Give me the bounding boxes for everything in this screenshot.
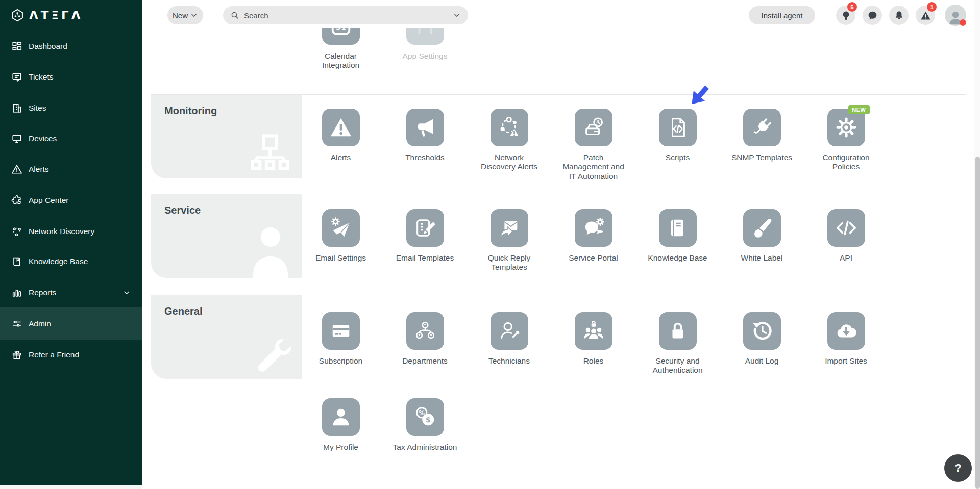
credit-card-icon [329,319,353,343]
sidebar-item-knowledge-base[interactable]: Knowledge Base [0,253,142,270]
admin-tile-alerts[interactable]: Alerts [299,109,383,181]
padlock-icon [666,319,690,343]
warning-triangle-icon [920,10,931,21]
admin-tile-email-settings[interactable]: Email Settings [299,209,383,272]
admin-tile-service-portal[interactable]: Service Portal [551,209,635,272]
gift-icon [11,349,22,361]
vertical-scrollbar-track[interactable] [974,0,980,489]
sites-icon [11,102,22,114]
paintbrush-icon [750,216,774,240]
search-icon [230,11,239,20]
admin-tile-api[interactable]: API [804,209,888,272]
admin-tile-knowledge-base[interactable]: Knowledge Base [635,209,720,272]
svg-text:31: 31 [336,28,346,31]
code-document-icon [666,116,690,139]
admin-tile-patch-management[interactable]: Patch Management and IT Automation [551,109,635,181]
bar-chart-icon [11,287,22,298]
svg-text:$: $ [426,416,430,424]
search-bar[interactable] [223,6,468,24]
monitoring-row: Alerts Thresholds Network Discovery Aler… [299,109,888,181]
new-button[interactable]: New [167,6,203,24]
gear-icon [835,116,858,139]
notifications-button[interactable] [889,6,909,25]
dashboard-icon [11,41,22,52]
topbar: New Install agent 5 1 [142,0,974,28]
network-icon [11,226,22,237]
admin-tile-subscription[interactable]: Subscription [299,312,383,375]
cloud-download-icon [835,319,858,343]
app-settings-icon [413,28,437,38]
admin-tile-security-authentication[interactable]: Security and Authentication [635,312,720,375]
chat-button[interactable] [863,6,882,25]
integrations-partial-row: 31 Calendar Integration App Settings [299,28,467,70]
sidebar-item-alerts[interactable]: Alerts [0,161,142,178]
atera-logo-wordmark: ΛTΞΓΛ [29,9,83,22]
admin-tile-import-sites[interactable]: Import Sites [804,312,888,375]
person-icon [329,405,353,429]
chevron-down-icon [190,11,198,19]
chat-gear-icon [582,216,605,240]
megaphone-icon [413,116,437,139]
admin-tile-technicians[interactable]: Technicians [467,312,551,375]
envelope-reply-icon [498,216,521,240]
atera-logo[interactable]: ΛTΞΓΛ [10,8,83,22]
chevron-down-icon[interactable] [453,11,461,19]
sliders-icon [11,318,22,329]
service-section-box: Service [151,194,302,278]
admin-tile-roles[interactable]: Roles [551,312,635,375]
bell-icon [894,10,904,21]
history-clock-icon [750,319,774,343]
admin-tile-configuration-policies[interactable]: NEW Configuration Policies [804,109,888,181]
admin-tile-my-profile[interactable]: My Profile [299,398,383,452]
alert-triangle-icon [11,164,22,175]
monitoring-section-title: Monitoring [164,105,217,117]
admin-tile-scripts[interactable]: Scripts [635,109,720,181]
people-lock-icon [582,319,605,343]
paper-plane-gear-icon [329,216,353,240]
admin-tile-snmp-templates[interactable]: SNMP Templates [720,109,804,181]
sidebar-item-reports[interactable]: Reports [0,284,142,301]
sidebar-item-sites[interactable]: Sites [0,99,142,117]
template-pencil-icon [413,216,437,240]
general-row-1: Subscription Departments Technicians Rol… [299,312,888,375]
admin-tile-white-label[interactable]: White Label [720,209,804,272]
alert-triangle-icon [329,116,353,139]
atera-logo-icon [10,8,24,22]
admin-tile-quick-reply-templates[interactable]: Quick Reply Templates [467,209,551,272]
ideas-badge: 5 [847,2,857,12]
admin-tile-network-discovery-alerts[interactable]: Network Discovery Alerts [467,109,551,181]
install-agent-button[interactable]: Install agent [749,6,815,24]
sidebar-item-network-discovery[interactable]: Network Discovery [0,223,142,240]
sitemap-watermark-icon [249,134,291,174]
admin-tile-tax-administration[interactable]: %$ Tax Administration [383,398,467,452]
sidebar-item-app-center[interactable]: App Center [0,192,142,209]
sidebar-bottom-scroll-strip [0,485,142,489]
admin-tile-calendar-integration[interactable]: 31 Calendar Integration [299,28,383,70]
person-wrench-icon [498,319,521,343]
sidebar-item-refer-a-friend[interactable]: Refer a Friend [0,346,142,364]
code-brackets-icon [835,216,858,240]
devices-icon [11,133,22,144]
admin-tile-thresholds[interactable]: Thresholds [383,109,467,181]
help-button[interactable]: ? [944,454,972,482]
puzzle-icon [11,195,22,206]
percent-dollar-icon: %$ [413,405,437,429]
search-input[interactable] [244,11,453,20]
general-section-title: General [164,305,202,317]
vertical-scrollbar-thumb[interactable] [975,157,980,489]
tickets-icon [11,71,22,83]
pointer-arrow-annotation [687,84,712,108]
sidebar-item-admin[interactable]: Admin [0,315,142,332]
sidebar: ΛTΞΓΛ Dashboard Tickets Sites Devices Al… [0,0,142,485]
admin-tile-email-templates[interactable]: Email Templates [383,209,467,272]
new-badge: NEW [848,105,869,114]
sidebar-item-devices[interactable]: Devices [0,130,142,147]
admin-tile-departments[interactable]: Departments [383,312,467,375]
admin-tile-audit-log[interactable]: Audit Log [720,312,804,375]
avatar-status-dot [960,19,966,26]
book-icon [11,256,22,267]
calendar-icon: 31 [329,28,353,38]
lightbulb-icon [841,10,851,21]
sidebar-item-dashboard[interactable]: Dashboard [0,38,142,55]
sidebar-item-tickets[interactable]: Tickets [0,68,142,86]
